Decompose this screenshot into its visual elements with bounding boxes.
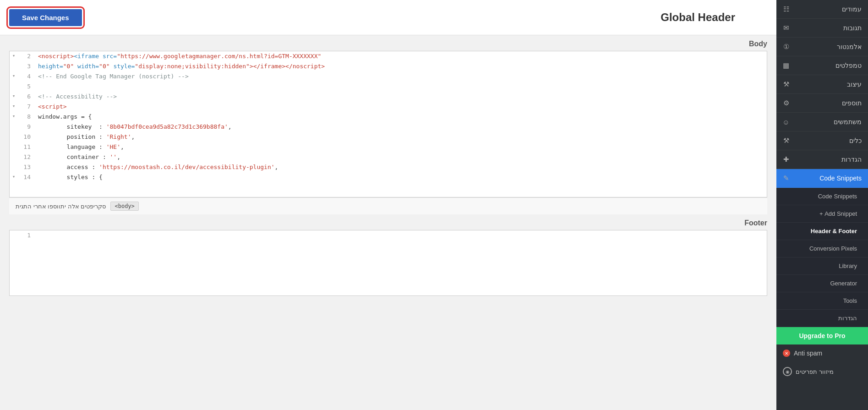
line-toggle[interactable] <box>10 231 18 232</box>
sidebar-sub-tools[interactable]: Tools <box>776 292 868 310</box>
line-number: 7 <box>18 102 35 110</box>
sidebar-item-elementor[interactable]: אלמנטור ① <box>776 38 868 56</box>
table-row: 3 height="0" width="0" style="display:no… <box>10 61 767 71</box>
line-number: 8 <box>18 112 35 120</box>
sidebar-item-code-snippets[interactable]: Code Snippets ✎ <box>776 169 868 188</box>
sidebar-sub-add-snippet[interactable]: Add Snippet + <box>776 205 868 223</box>
line-toggle[interactable]: ▾ <box>10 52 18 59</box>
sidebar-label-elementor: אלמנטור <box>795 43 862 50</box>
line-number: 9 <box>18 122 35 130</box>
line-toggle[interactable] <box>10 142 18 143</box>
sub-label-add-snippet: Add Snippet + <box>782 210 857 217</box>
sidebar-sub-code-snippets[interactable]: Code Snippets <box>776 188 868 205</box>
footer-menus-item[interactable]: מיזוור תפריטים ◉ <box>776 362 868 381</box>
sidebar-label-settings: הגדרות <box>795 156 862 163</box>
anti-spam-close-icon[interactable]: ✕ <box>783 350 790 357</box>
line-content: access : 'https://moostash.co.il/dev/acc… <box>35 163 767 171</box>
line-number: 2 <box>18 52 35 60</box>
body-code-editor[interactable]: ▾ 2 <noscript><iframe src="https://www.g… <box>9 51 767 197</box>
sidebar-item-comments[interactable]: תגובות ✉ <box>776 19 868 38</box>
line-number: 5 <box>18 82 35 90</box>
sub-label-generator: Generator <box>782 280 857 287</box>
empty-editor-space[interactable] <box>10 241 767 295</box>
table-row: 5 <box>10 82 767 92</box>
line-content: language : 'HE', <box>35 142 767 151</box>
body-section-header: Body <box>9 35 767 51</box>
plugins-icon: ⚙ <box>782 99 790 107</box>
line-number: 1 <box>18 231 35 239</box>
sidebar: עמודים ☷ תגובות ✉ אלמנטור ① טמפלטים ▦ עי… <box>776 0 868 410</box>
sidebar-sub-library[interactable]: Library <box>776 257 868 275</box>
table-row: ▾ 8 window.args = { <box>10 112 767 122</box>
top-bar: Save Changes Global Header <box>0 0 776 35</box>
upgrade-to-pro-button[interactable]: Upgrade to Pro <box>776 327 868 344</box>
sidebar-sub-settings[interactable]: הגדרות <box>776 310 868 327</box>
body-hint-bar: <body> סקריפטים אלה יתווספו אחרי התגית <box>9 197 767 214</box>
line-content: <!-- Accessibility --> <box>35 92 767 101</box>
code-icon: ✎ <box>782 174 790 182</box>
editor-container: Body ▾ 2 <noscript><iframe src="https://… <box>0 35 776 410</box>
line-toggle[interactable]: ▾ <box>10 72 18 79</box>
pages-icon: ☷ <box>782 5 790 13</box>
sidebar-sub-header-footer[interactable]: Header & Footer <box>776 223 868 240</box>
table-row: 9 sitekey : '8b047bdf0cea9d5a82c73d1c369… <box>10 122 767 132</box>
line-content: <noscript><iframe src="https://www.googl… <box>35 52 767 60</box>
line-toggle[interactable]: ▾ <box>10 92 18 99</box>
sidebar-sub-generator[interactable]: Generator <box>776 275 868 292</box>
line-number: 3 <box>18 62 35 70</box>
comments-icon: ✉ <box>782 24 790 32</box>
sidebar-item-settings[interactable]: הגדרות ✚ <box>776 150 868 169</box>
table-row: 10 position : 'Right', <box>10 132 767 142</box>
line-content: <!-- End Google Tag Manager (noscript) -… <box>35 72 767 81</box>
line-toggle[interactable] <box>10 122 18 123</box>
sub-label-tools: Tools <box>782 297 857 304</box>
line-content <box>35 231 767 233</box>
sidebar-item-pages[interactable]: עמודים ☷ <box>776 0 868 19</box>
sidebar-item-plugins[interactable]: תוספים ⚙ <box>776 94 868 113</box>
line-toggle[interactable]: ▾ <box>10 102 18 109</box>
anti-spam-item[interactable]: Anti spam ✕ <box>776 344 868 362</box>
footer-circle-icon: ◉ <box>783 367 792 376</box>
line-toggle[interactable] <box>10 132 18 133</box>
line-content: position : 'Right', <box>35 132 767 141</box>
design-icon: ⚒ <box>782 80 790 88</box>
body-hint-text: סקריפטים אלה יתווספו אחרי התגית <box>16 203 106 210</box>
table-row: ▾ 6 <!-- Accessibility --> <box>10 92 767 102</box>
line-toggle[interactable] <box>10 82 18 83</box>
line-toggle[interactable] <box>10 153 18 153</box>
line-content: container : '', <box>35 153 767 161</box>
sidebar-item-users[interactable]: משתמשים ☺ <box>776 113 868 131</box>
footer-section-header: Footer <box>9 214 767 230</box>
tools-icon: ⚒ <box>782 137 790 145</box>
sidebar-label-pages: עמודים <box>795 5 862 13</box>
save-changes-button[interactable]: Save Changes <box>9 9 82 26</box>
line-number: 14 <box>18 173 35 180</box>
sub-label-header-footer: Header & Footer <box>782 228 857 235</box>
users-icon: ☺ <box>782 118 790 126</box>
line-toggle[interactable]: ▾ <box>10 112 18 119</box>
line-content: styles : { <box>35 173 767 181</box>
footer-menus-label: מיזוור תפריטים <box>796 368 834 375</box>
sidebar-label-code-snippets: Code Snippets <box>795 175 862 182</box>
footer-code-editor[interactable]: 1 <box>9 230 767 296</box>
sidebar-label-plugins: תוספים <box>795 99 862 107</box>
code-lines: ▾ 2 <noscript><iframe src="https://www.g… <box>10 51 767 182</box>
table-row: 1 <box>10 230 767 241</box>
line-number: 13 <box>18 163 35 170</box>
table-row: ▾ 2 <noscript><iframe src="https://www.g… <box>10 51 767 61</box>
line-number: 11 <box>18 142 35 150</box>
page-title: Global Header <box>661 11 735 24</box>
table-row: 12 container : '', <box>10 152 767 162</box>
sidebar-item-design[interactable]: עיצוב ⚒ <box>776 75 868 94</box>
line-toggle[interactable] <box>10 163 18 164</box>
line-toggle[interactable]: ▾ <box>10 173 18 180</box>
sub-label-code-snippets: Code Snippets <box>782 193 857 200</box>
table-row: 13 access : 'https://moostash.co.il/dev/… <box>10 162 767 172</box>
elementor-icon: ① <box>782 43 790 51</box>
sidebar-item-templates[interactable]: טמפלטים ▦ <box>776 56 868 75</box>
sidebar-sub-conversion-pixels[interactable]: Conversion Pixels <box>776 240 868 257</box>
sidebar-item-tools[interactable]: כלים ⚒ <box>776 131 868 150</box>
line-number: 10 <box>18 132 35 140</box>
line-toggle[interactable] <box>10 62 18 63</box>
sidebar-label-design: עיצוב <box>795 81 862 88</box>
